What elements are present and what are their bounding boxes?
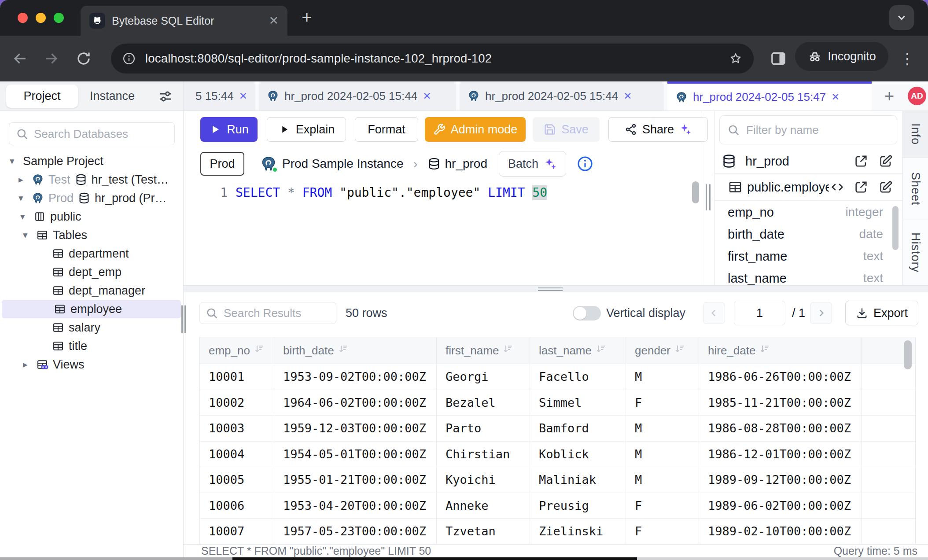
vertical-display-toggle[interactable] bbox=[573, 306, 601, 321]
external-link-icon[interactable] bbox=[854, 154, 869, 169]
table-row[interactable]: 100021964-06-02T00:00:00ZBezalelSimmelF1… bbox=[200, 390, 915, 416]
sort-icon[interactable] bbox=[675, 344, 685, 357]
tree-item-dept_manager[interactable]: dept_manager bbox=[0, 281, 183, 300]
sort-icon[interactable] bbox=[596, 344, 607, 357]
tab-search-button[interactable] bbox=[889, 5, 914, 30]
edit-icon[interactable] bbox=[878, 180, 893, 195]
reload-button[interactable] bbox=[76, 51, 92, 66]
panel-resize-handle[interactable] bbox=[706, 184, 711, 210]
caret-down-icon[interactable]: ▾ bbox=[18, 193, 32, 203]
browser-tab[interactable]: Bytebase SQL Editor ✕ bbox=[81, 6, 287, 36]
caret-down-icon[interactable]: ▾ bbox=[20, 211, 33, 222]
run-button[interactable]: Run bbox=[200, 117, 258, 142]
browser-tab-close-icon[interactable]: ✕ bbox=[269, 14, 279, 28]
results-search[interactable] bbox=[199, 302, 336, 324]
share-button[interactable]: Share bbox=[608, 117, 708, 142]
window-minimize-button[interactable] bbox=[36, 13, 46, 23]
batch-button[interactable]: Batch bbox=[499, 151, 566, 177]
code-icon[interactable] bbox=[830, 180, 845, 195]
tree-item-dept_emp[interactable]: dept_emp bbox=[0, 263, 183, 281]
forward-button[interactable] bbox=[43, 51, 59, 66]
tree-item-tables[interactable]: ▾Tables bbox=[0, 226, 183, 244]
edit-icon[interactable] bbox=[878, 154, 893, 169]
sql-editor[interactable]: 1 SELECT * FROM "public"."employee" LIMI… bbox=[184, 178, 701, 285]
table-row[interactable]: 100051955-01-21T00:00:00ZKyoichiMaliniak… bbox=[200, 467, 915, 493]
column-header-last_name[interactable]: last_name bbox=[530, 337, 626, 364]
address-bar[interactable]: localhost:8080/sql-editor/prod-sample-in… bbox=[111, 44, 754, 74]
table-row[interactable]: 100061953-04-20T00:00:00ZAnnekePreusigF1… bbox=[200, 493, 915, 519]
schema-filter-input[interactable] bbox=[745, 123, 890, 137]
sort-icon[interactable] bbox=[760, 344, 770, 357]
caret-down-icon[interactable]: ▾ bbox=[23, 230, 36, 240]
table-row[interactable]: 100071957-05-23T00:00:00ZTzvetanZielinsk… bbox=[200, 519, 915, 544]
new-editor-tab-button[interactable]: + bbox=[880, 81, 898, 111]
tree-item-sample[interactable]: ▾Sample Project bbox=[0, 152, 183, 170]
tree-item-department[interactable]: department bbox=[0, 244, 183, 263]
page-number-input[interactable] bbox=[734, 301, 785, 325]
results-scrollbar[interactable] bbox=[900, 337, 915, 544]
window-close-button[interactable] bbox=[18, 13, 28, 23]
close-icon[interactable]: ✕ bbox=[831, 91, 840, 103]
schema-table-row[interactable]: public.employee bbox=[714, 173, 902, 201]
caret-down-icon[interactable]: ▾ bbox=[10, 156, 23, 166]
avatar[interactable]: AD bbox=[908, 87, 926, 105]
results-resize-divider[interactable] bbox=[184, 285, 928, 292]
editor-tab[interactable]: 5 15:44✕ bbox=[184, 81, 255, 111]
side-tab-history[interactable]: History bbox=[903, 220, 928, 285]
column-header-birth_date[interactable]: birth_date bbox=[274, 337, 437, 364]
side-tab-info[interactable]: Info bbox=[903, 111, 928, 158]
column-header-emp_no[interactable]: emp_no bbox=[200, 337, 274, 364]
editor-tab[interactable]: hr_prod 2024-02-05 15:44✕ bbox=[259, 81, 456, 111]
export-button[interactable]: Export bbox=[845, 301, 918, 325]
tree-item-employee[interactable]: employee bbox=[2, 300, 181, 318]
table-row[interactable]: 100031959-12-03T00:00:00ZPartoBamfordM19… bbox=[200, 416, 915, 442]
column-header-hire_date[interactable]: hire_date bbox=[699, 337, 862, 364]
admin-mode-button[interactable]: Admin mode bbox=[425, 117, 526, 142]
tab-instance[interactable]: Instance bbox=[90, 81, 135, 111]
database-search-input[interactable] bbox=[33, 127, 168, 141]
site-info-icon[interactable] bbox=[122, 52, 136, 65]
tree-item-title[interactable]: title bbox=[0, 337, 183, 355]
schema-database-row[interactable]: hr_prod bbox=[714, 149, 902, 173]
caret-right-icon[interactable]: ▸ bbox=[18, 174, 32, 185]
filter-settings-icon[interactable] bbox=[158, 88, 173, 104]
side-tab-sheet[interactable]: Sheet bbox=[903, 158, 928, 220]
sort-icon[interactable] bbox=[339, 344, 349, 357]
back-button[interactable] bbox=[12, 51, 28, 66]
instance-name[interactable]: Prod Sample Instance bbox=[282, 157, 404, 171]
results-search-input[interactable] bbox=[223, 306, 331, 321]
new-browser-tab-button[interactable]: + bbox=[296, 7, 318, 29]
column-header-gender[interactable]: gender bbox=[626, 337, 699, 364]
side-panel-icon[interactable] bbox=[770, 50, 787, 67]
browser-menu-icon[interactable]: ⋮ bbox=[900, 46, 915, 71]
tree-item-views[interactable]: ▸Views bbox=[0, 355, 183, 374]
table-row[interactable]: 100011953-09-02T00:00:00ZGeorgiFacelloM1… bbox=[200, 364, 915, 390]
editor-tab[interactable]: hr_prod 2024-02-05 15:47✕ bbox=[667, 81, 872, 111]
sidebar-resize-handle[interactable] bbox=[181, 305, 188, 333]
save-button[interactable]: Save bbox=[533, 117, 600, 142]
ai-sparkle-icon[interactable] bbox=[679, 123, 692, 136]
sort-icon[interactable] bbox=[503, 344, 514, 357]
editor-scrollbar[interactable] bbox=[692, 181, 699, 203]
schema-scrollbar[interactable] bbox=[892, 206, 899, 250]
tree-item-test[interactable]: ▸Testhr_test (Test… bbox=[0, 170, 183, 189]
external-link-icon[interactable] bbox=[854, 180, 869, 195]
sort-icon[interactable] bbox=[254, 344, 265, 357]
column-row[interactable]: emp_nointeger bbox=[714, 201, 902, 223]
column-row[interactable]: first_nametext bbox=[714, 245, 902, 267]
explain-button[interactable]: Explain bbox=[267, 117, 346, 142]
tree-item-salary[interactable]: salary bbox=[0, 318, 183, 337]
info-circle-icon[interactable] bbox=[577, 155, 593, 172]
close-icon[interactable]: ✕ bbox=[623, 90, 632, 102]
window-zoom-button[interactable] bbox=[54, 13, 64, 23]
caret-right-icon[interactable]: ▸ bbox=[23, 359, 36, 370]
tree-item-prod[interactable]: ▾Prodhr_prod (Pr… bbox=[0, 189, 183, 207]
tab-project[interactable]: Project bbox=[6, 85, 78, 108]
close-icon[interactable]: ✕ bbox=[423, 90, 431, 102]
database-search[interactable] bbox=[9, 122, 175, 145]
prev-page-button[interactable] bbox=[703, 302, 725, 324]
bookmark-star-icon[interactable] bbox=[729, 52, 742, 65]
column-header-first_name[interactable]: first_name bbox=[437, 337, 530, 364]
editor-tab[interactable]: hr_prod 2024-02-05 15:44✕ bbox=[460, 81, 664, 111]
tree-item-public[interactable]: ▾public bbox=[0, 207, 183, 226]
